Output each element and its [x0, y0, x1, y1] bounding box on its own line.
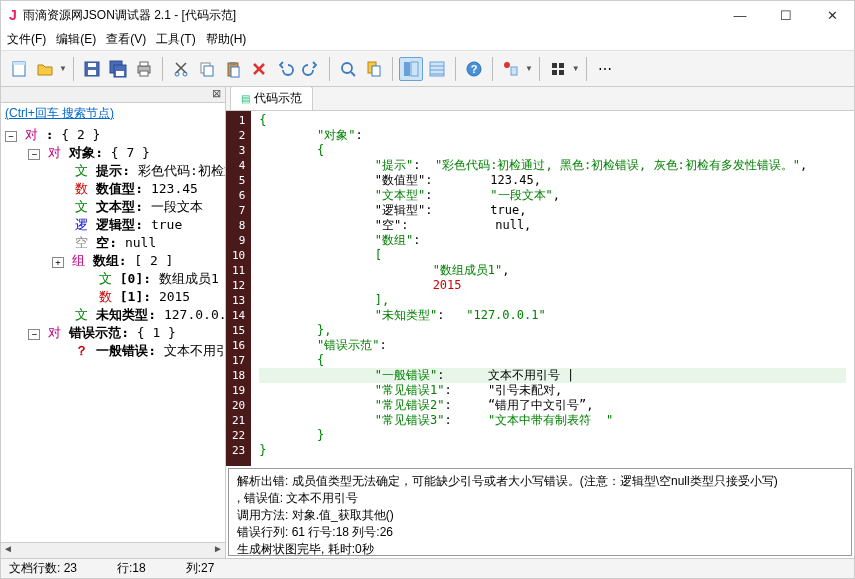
code-view-button[interactable]: [425, 57, 449, 81]
options-button[interactable]: [499, 57, 523, 81]
svg-rect-29: [559, 63, 564, 68]
tree-node[interactable]: − 对 对象: { 7 }: [5, 144, 221, 162]
panel-close-button[interactable]: ⊠: [1, 87, 225, 103]
code-line[interactable]: "文本型": "一段文本",: [259, 188, 846, 203]
code-line[interactable]: "数值型": 123.45,: [259, 173, 846, 188]
expand-icon[interactable]: −: [5, 131, 17, 142]
separator: [392, 57, 393, 81]
code-line[interactable]: "未知类型": "127.0.0.1": [259, 308, 846, 323]
svg-rect-17: [231, 67, 239, 77]
code-line[interactable]: 2015: [259, 278, 846, 293]
code-editor[interactable]: 1234567891011121314151617181920212223 { …: [226, 111, 854, 466]
tree-view-button[interactable]: [399, 57, 423, 81]
line-gutter: 1234567891011121314151617181920212223: [226, 111, 251, 466]
tree-node[interactable]: 文 [0]: 数组成员1: [5, 270, 221, 288]
tree-node[interactable]: − 对 错误示范: { 1 }: [5, 324, 221, 342]
menu-view[interactable]: 查看(V): [106, 31, 146, 48]
window-title: 雨滴资源网JSON调试器 2.1 - [代码示范]: [23, 7, 726, 24]
editor-panel: ▤ 代码示范 123456789101112131415161718192021…: [226, 87, 854, 558]
output-line: 错误行列: 61 行号:18 列号:26: [237, 524, 843, 541]
tree-node[interactable]: 逻 逻辑型: true: [5, 216, 221, 234]
code-line[interactable]: {: [259, 143, 846, 158]
search-button[interactable]: [336, 57, 360, 81]
open-file-button[interactable]: [33, 57, 57, 81]
save-all-button[interactable]: [106, 57, 130, 81]
status-col: 列:27: [186, 560, 215, 577]
cut-button[interactable]: [169, 57, 193, 81]
search-hint[interactable]: (Ctrl+回车 搜索节点): [1, 103, 225, 124]
code-line[interactable]: }: [259, 428, 846, 443]
code-line[interactable]: "数组":: [259, 233, 846, 248]
menu-file[interactable]: 文件(F): [7, 31, 46, 48]
code-line[interactable]: "提示": "彩色代码:初检通过, 黑色:初检错误, 灰色:初检有多发性错误。"…: [259, 158, 846, 173]
tree-node[interactable]: − 对 : { 2 }: [5, 126, 221, 144]
code-line[interactable]: "对象":: [259, 128, 846, 143]
code-line[interactable]: "常见错误1": "引号未配对,: [259, 383, 846, 398]
window-controls: ― ☐ ✕: [726, 8, 846, 23]
expand-icon[interactable]: −: [28, 149, 40, 160]
titlebar: J 雨滴资源网JSON调试器 2.1 - [代码示范] ― ☐ ✕: [1, 1, 854, 29]
code-line[interactable]: "错误示范":: [259, 338, 846, 353]
grid-button[interactable]: [546, 57, 570, 81]
print-button[interactable]: [132, 57, 156, 81]
svg-rect-7: [116, 71, 124, 76]
code-line[interactable]: },: [259, 323, 846, 338]
menu-edit[interactable]: 编辑(E): [56, 31, 96, 48]
tree-node[interactable]: 数 数值型: 123.45: [5, 180, 221, 198]
save-button[interactable]: [80, 57, 104, 81]
code-line[interactable]: "一般错误": 文本不用引号 |: [259, 368, 846, 383]
redo-button[interactable]: [299, 57, 323, 81]
code-line[interactable]: {: [259, 353, 846, 368]
code-line[interactable]: {: [259, 113, 846, 128]
menu-help[interactable]: 帮助(H): [206, 31, 247, 48]
expand-icon[interactable]: −: [28, 329, 40, 340]
status-row: 行:18: [117, 560, 146, 577]
separator: [455, 57, 456, 81]
separator: [73, 57, 74, 81]
code-line[interactable]: "常见错误2": “错用了中文引号”,: [259, 398, 846, 413]
tab-code-demo[interactable]: ▤ 代码示范: [230, 86, 313, 110]
code-line[interactable]: }: [259, 443, 846, 458]
tree-scrollbar[interactable]: ◄►: [1, 542, 225, 558]
menu-tools[interactable]: 工具(T): [156, 31, 195, 48]
copy-code-button[interactable]: [362, 57, 386, 81]
help-button[interactable]: ?: [462, 57, 486, 81]
svg-rect-14: [204, 66, 213, 76]
tab-label: 代码示范: [254, 90, 302, 107]
expand-icon[interactable]: +: [52, 257, 64, 268]
tree-node[interactable]: 数 [1]: 2015: [5, 288, 221, 306]
code-line[interactable]: ],: [259, 293, 846, 308]
svg-rect-4: [88, 70, 96, 75]
maximize-button[interactable]: ☐: [772, 8, 800, 23]
code-line[interactable]: "空": null,: [259, 218, 846, 233]
tree-node[interactable]: + 组 数组: [ 2 ]: [5, 252, 221, 270]
code-line[interactable]: [: [259, 248, 846, 263]
paste-button[interactable]: [221, 57, 245, 81]
code-line[interactable]: "常见错误3": "文本中带有制表符 ": [259, 413, 846, 428]
tree-node[interactable]: ？ 一般错误: 文本不用引号: [5, 342, 221, 360]
more-button[interactable]: ⋯: [593, 57, 617, 81]
tree-node[interactable]: 文 提示: 彩色代码:初检通过,: [5, 162, 221, 180]
minimize-button[interactable]: ―: [726, 8, 754, 23]
tree-node[interactable]: 文 未知类型: 127.0.0.1: [5, 306, 221, 324]
copy-button[interactable]: [195, 57, 219, 81]
svg-rect-31: [559, 70, 564, 75]
delete-button[interactable]: [247, 57, 271, 81]
tree-node[interactable]: 文 文本型: 一段文本: [5, 198, 221, 216]
app-window: J 雨滴资源网JSON调试器 2.1 - [代码示范] ― ☐ ✕ 文件(F) …: [0, 0, 855, 579]
close-button[interactable]: ✕: [818, 8, 846, 23]
svg-rect-21: [404, 62, 410, 76]
separator: [586, 57, 587, 81]
tree-node[interactable]: 空 空: null: [5, 234, 221, 252]
tab-bar: ▤ 代码示范: [226, 87, 854, 111]
code-line[interactable]: "逻辑型": true,: [259, 203, 846, 218]
undo-button[interactable]: [273, 57, 297, 81]
separator: [162, 57, 163, 81]
output-line: 解析出错: 成员值类型无法确定，可能缺少引号或者大小写错误。(注意：逻辑型\空n…: [237, 473, 843, 490]
svg-point-18: [342, 63, 352, 73]
code-line[interactable]: "数组成员1",: [259, 263, 846, 278]
new-file-button[interactable]: [7, 57, 31, 81]
json-tree[interactable]: − 对 : { 2 } − 对 对象: { 7 } 文 提示: 彩色代码:初检通…: [1, 124, 225, 542]
svg-rect-27: [511, 67, 517, 75]
code-area[interactable]: { "对象": { "提示": "彩色代码:初检通过, 黑色:初检错误, 灰色:…: [251, 111, 854, 466]
